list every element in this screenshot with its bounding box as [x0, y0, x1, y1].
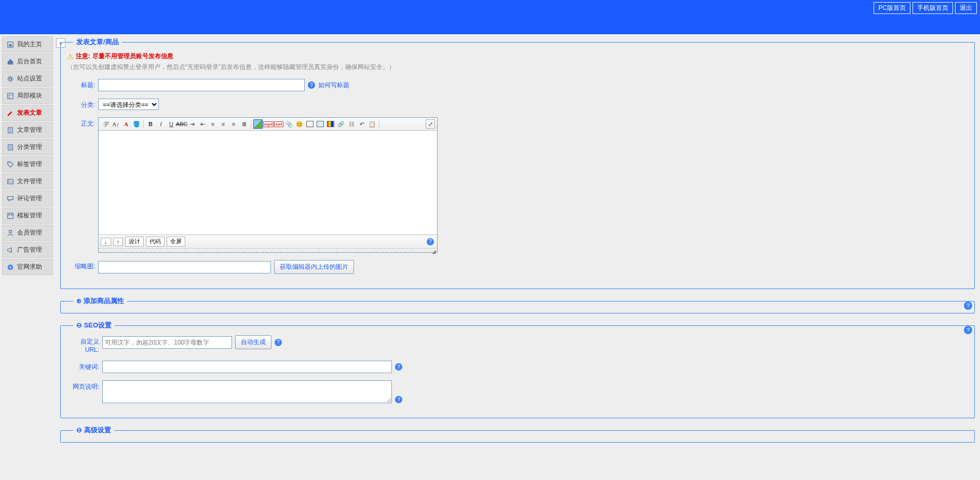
sidebar-item-4[interactable]: 发表文章: [2, 105, 53, 121]
insert-emoji-icon[interactable]: 😊: [295, 119, 304, 129]
font-size-icon[interactable]: A↕: [111, 119, 120, 129]
fetch-editor-image-button[interactable]: 获取编辑器内上传的图片: [274, 260, 354, 274]
auto-generate-url-button[interactable]: 自动生成: [235, 335, 271, 349]
design-mode-button[interactable]: 设计: [125, 237, 144, 246]
mobile-home-button[interactable]: 手机版首页: [913, 2, 953, 14]
seo-legend[interactable]: SEO设置: [73, 321, 115, 330]
move-up-button[interactable]: ↑: [113, 238, 124, 246]
category-select[interactable]: ==请选择分类==: [98, 99, 159, 110]
section-help-icon[interactable]: ?: [964, 301, 972, 310]
sidebar-item-label: 我的主页: [17, 40, 42, 49]
sidebar-item-label: 标签管理: [17, 160, 42, 169]
image-icon: [7, 178, 14, 185]
underline-icon[interactable]: U: [167, 119, 176, 129]
sidebar-item-label: 评论管理: [17, 194, 42, 203]
page-title: 发表文章/商品: [73, 37, 122, 47]
outdent-icon[interactable]: ⇤: [198, 119, 207, 129]
align-left-icon[interactable]: ≡: [208, 119, 217, 129]
title-help-link[interactable]: 如何写标题: [318, 81, 349, 90]
sidebar-item-label: 文章管理: [17, 126, 42, 134]
product-props-legend[interactable]: 添加商品属性: [73, 296, 127, 306]
bold-icon[interactable]: B: [146, 119, 155, 129]
svg-point-14: [9, 162, 10, 163]
sidebar-item-12[interactable]: 广告管理: [2, 242, 53, 258]
sidebar-item-label: 模板管理: [17, 211, 42, 220]
template-icon: [7, 212, 14, 220]
insert-mp4-icon[interactable]: mp4: [264, 119, 273, 129]
justify-icon[interactable]: ≣: [239, 119, 249, 129]
thumbnail-input[interactable]: [98, 261, 271, 273]
editor-body[interactable]: [99, 131, 437, 235]
custom-url-label: 自定义URL:: [67, 335, 102, 353]
logout-button[interactable]: 退出: [955, 2, 977, 14]
warning-label: 注意:: [76, 52, 90, 61]
fullscreen-button[interactable]: 全屏: [167, 237, 185, 246]
italic-icon[interactable]: I: [156, 119, 166, 129]
align-right-icon[interactable]: ≡: [229, 119, 238, 129]
font-color-icon[interactable]: A: [121, 119, 131, 129]
home-icon: [7, 58, 14, 65]
help-icon[interactable]: ?: [308, 81, 315, 89]
doc-icon: [7, 144, 14, 151]
svg-rect-18: [9, 214, 10, 215]
move-down-button[interactable]: ↓: [101, 238, 111, 246]
svg-point-2: [9, 77, 11, 80]
title-input[interactable]: [98, 79, 305, 91]
product-props-section: 添加商品属性 ?: [60, 296, 975, 313]
insert-gallery-icon[interactable]: [326, 119, 335, 129]
sidebar-item-label: 局部模块: [17, 91, 42, 100]
insert-swf-icon[interactable]: swf: [274, 119, 283, 129]
description-textarea[interactable]: [102, 380, 392, 403]
sidebar-item-6[interactable]: 分类管理: [2, 139, 53, 155]
sidebar-item-label: 站点设置: [17, 74, 42, 83]
insert-image-icon[interactable]: [253, 119, 263, 129]
editor-resize-handle[interactable]: ◢: [99, 248, 437, 252]
sidebar-item-10[interactable]: 模板管理: [2, 208, 53, 224]
indent-icon[interactable]: ⇥: [187, 119, 197, 129]
svg-point-20: [9, 230, 11, 232]
sidebar-item-7[interactable]: 标签管理: [2, 156, 53, 172]
sidebar-item-0[interactable]: 我的主页: [2, 36, 53, 52]
sidebar-item-label: 文件管理: [17, 177, 42, 186]
section-help-icon[interactable]: ?: [964, 326, 972, 334]
advanced-legend[interactable]: 高级设置: [73, 426, 114, 435]
site-logo: [6, 4, 79, 30]
insert-link-icon[interactable]: 🔗: [336, 119, 346, 129]
sidebar-item-13[interactable]: ?官网求助: [2, 259, 53, 275]
svg-rect-3: [8, 93, 13, 99]
seo-section: SEO设置 ? 自定义URL: 自动生成 ? 关键词: ? 网页说明:: [60, 321, 975, 418]
title-label: 标题:: [67, 79, 98, 90]
svg-rect-1: [9, 44, 11, 46]
sidebar-item-8[interactable]: 文件管理: [2, 173, 53, 189]
sidebar-item-2[interactable]: 站点设置: [2, 71, 53, 87]
strike-icon[interactable]: ABC: [177, 119, 186, 129]
paste-text-icon[interactable]: 📋: [367, 119, 377, 129]
sidebar-item-1[interactable]: 后台首页: [2, 53, 53, 70]
sidebar-item-11[interactable]: 会员管理: [2, 225, 53, 241]
help-icon[interactable]: ?: [395, 363, 402, 371]
insert-widget2-icon[interactable]: [316, 119, 325, 129]
sidebar-item-5[interactable]: 文章管理: [2, 122, 53, 138]
help-icon[interactable]: ?: [395, 396, 402, 403]
bucket-fill-icon[interactable]: 🪣: [132, 119, 141, 129]
editor-help-icon[interactable]: ?: [427, 238, 434, 245]
unlink-icon[interactable]: ⛓: [347, 119, 356, 129]
code-mode-button[interactable]: 代码: [146, 237, 165, 246]
sidebar-item-3[interactable]: 局部模块: [2, 88, 53, 104]
undo-icon[interactable]: ↶: [357, 119, 366, 129]
sidebar-item-label: 分类管理: [17, 143, 42, 152]
keywords-input[interactable]: [102, 361, 392, 373]
insert-widget1-icon[interactable]: [305, 119, 315, 129]
svg-point-16: [9, 180, 10, 181]
toolbar-more-icon[interactable]: ⤢: [426, 119, 435, 129]
align-center-icon[interactable]: ≡: [219, 119, 228, 129]
tag-icon: [7, 161, 14, 168]
sidebar-item-label: 广告管理: [17, 245, 42, 254]
font-family-icon[interactable]: 字: [101, 119, 110, 129]
doc-icon: [7, 127, 14, 134]
help-icon[interactable]: ?: [275, 339, 282, 346]
sidebar-item-9[interactable]: 评论管理: [2, 190, 53, 207]
pc-home-button[interactable]: PC版首页: [874, 2, 910, 14]
custom-url-input[interactable]: [102, 336, 232, 349]
insert-attachment-icon[interactable]: 📎: [284, 119, 294, 129]
